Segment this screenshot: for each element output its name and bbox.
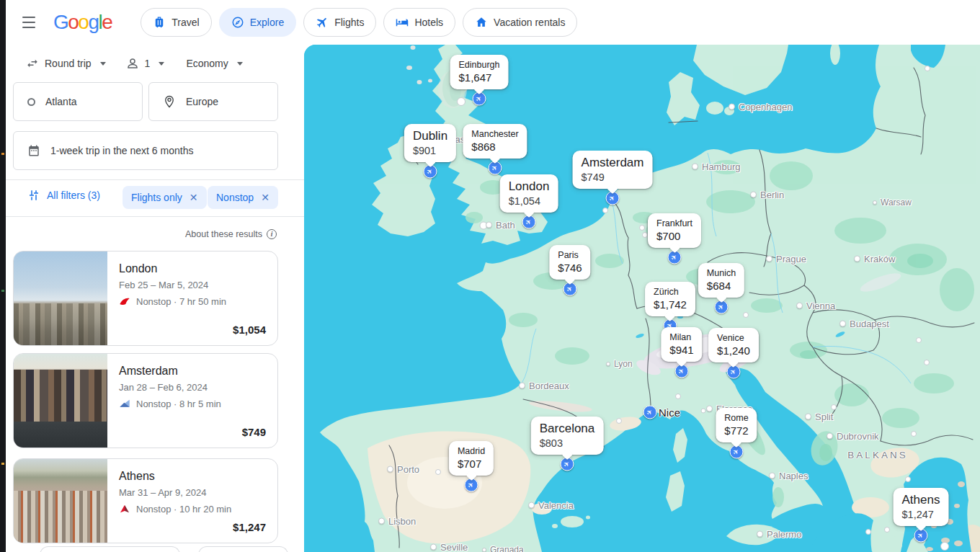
filter-chip-flights-only[interactable]: Flights only ✕	[122, 186, 207, 209]
price-pin-milan[interactable]: Milan$941	[661, 327, 702, 362]
bottom-button-partial[interactable]	[198, 546, 288, 552]
about-these-results[interactable]: About these results i	[185, 229, 277, 239]
result-card-london[interactable]: London Feb 25 – Mar 5, 2024 Nonstop · 7 …	[13, 251, 278, 346]
pin-price: $746	[558, 262, 582, 274]
pin-price: $901	[413, 145, 447, 156]
nav-pill-hotels[interactable]: Hotels	[383, 8, 455, 37]
price-pin-paris[interactable]: Paris$746	[549, 245, 590, 280]
map-region-label: BALKANS	[847, 450, 907, 460]
result-dates: Feb 25 – Mar 5, 2024	[119, 280, 266, 290]
result-dates: Mar 31 – Apr 9, 2024	[119, 487, 266, 498]
city-dot-icon	[839, 321, 846, 327]
virgin-atlantic-airline-icon	[119, 295, 130, 307]
city-dot-icon	[729, 104, 735, 110]
nav-pill-vacation-rentals[interactable]: Vacation rentals	[463, 8, 577, 37]
trip-options-row: Round trip 1 Economy	[26, 53, 243, 74]
price-pin-z-rich[interactable]: Zürich$1,742	[645, 282, 695, 316]
pin-price: $1,247	[902, 509, 940, 520]
airplane-icon: ✈	[466, 480, 476, 489]
hamburger-menu-icon[interactable]	[14, 8, 43, 37]
airplane-icon: ✈	[474, 94, 484, 103]
chevron-down-icon	[100, 62, 106, 66]
price-pin-frankfurt[interactable]: Frankfurt$700	[648, 213, 701, 248]
explore-map[interactable]: CopenhagenHamburgBerlinWarsawPragueKrakó…	[304, 45, 980, 552]
bottom-button-partial[interactable]	[40, 546, 180, 552]
price-pin-edinburgh[interactable]: Edinburgh$1,647	[450, 55, 509, 89]
pin-city-name: Dublin	[413, 129, 447, 143]
chevron-down-icon	[159, 62, 164, 66]
delta-airline-icon	[119, 503, 130, 515]
close-icon[interactable]: ✕	[190, 192, 198, 202]
person-icon	[126, 57, 139, 70]
pin-price: $700	[656, 230, 692, 242]
google-logo[interactable]: Google	[53, 12, 112, 32]
info-icon[interactable]: i	[267, 229, 277, 239]
passengers-dropdown[interactable]: 1	[126, 57, 165, 70]
city-dot-icon	[430, 544, 437, 551]
result-card-amsterdam[interactable]: Amsterdam Jan 28 – Feb 6, 2024 Nonstop ·…	[13, 353, 278, 448]
city-dot-icon	[769, 473, 775, 479]
city-dot-icon	[606, 362, 610, 366]
price-pin-london[interactable]: London$1,054	[500, 174, 558, 213]
nav-pill-flights[interactable]: Flights	[303, 8, 376, 37]
airplane-icon: ✈	[562, 459, 571, 468]
map-city-bath: Bath	[486, 220, 515, 231]
price-pin-barcelona[interactable]: Barcelona$803	[531, 417, 604, 455]
airplane-icon: ✈	[677, 366, 686, 375]
origin-field[interactable]: Atlanta	[13, 82, 143, 121]
map-city-granada: Granada	[482, 545, 524, 552]
price-pin-rome[interactable]: Rome$772	[716, 408, 757, 442]
price-pin-venice[interactable]: Venice$1,240	[708, 328, 759, 362]
destination-field[interactable]: Europe	[148, 82, 278, 121]
nav-pill-explore[interactable]: Explore	[219, 8, 296, 37]
price-pin-madrid[interactable]: Madrid$707	[449, 441, 494, 476]
cabin-class-value: Economy	[186, 58, 228, 69]
chip-label: Flights only	[131, 192, 182, 203]
trip-type-value: Round trip	[45, 58, 92, 69]
city-dot-icon	[766, 256, 772, 262]
pin-city-name: Amsterdam	[582, 156, 644, 170]
airplane-icon: ✈	[565, 284, 574, 293]
city-dot-icon	[482, 548, 486, 552]
price-pin-amsterdam[interactable]: Amsterdam$749	[573, 151, 653, 189]
airplane-icon: ✈	[524, 217, 533, 226]
nav-pill-label: Travel	[172, 17, 199, 28]
price-pin-munich[interactable]: Munich$684	[698, 263, 744, 298]
airport-pin-nice[interactable]: ✈	[643, 406, 657, 419]
result-card-athens[interactable]: Athens Mar 31 – Apr 9, 2024 Nonstop · 10…	[13, 458, 278, 543]
map-city-palermo: Palermo	[757, 529, 801, 540]
dates-field[interactable]: 1-week trip in the next 6 months	[13, 131, 278, 170]
city-dot-icon	[750, 192, 757, 198]
price-pin-dublin[interactable]: Dublin$901	[404, 124, 456, 162]
pin-city-name: Rome	[724, 413, 748, 423]
map-city-lisbon: Lisbon	[378, 516, 416, 527]
close-icon[interactable]: ✕	[261, 192, 270, 202]
price-pin-athens[interactable]: Athens$1,247	[894, 488, 949, 526]
pin-city-name: Athens	[902, 493, 940, 507]
airplane-icon: ✈	[425, 166, 435, 176]
pin-price: $1,054	[509, 195, 550, 207]
map-city-porto: Porto	[387, 464, 419, 475]
city-dot-icon	[873, 200, 877, 205]
nav-pill-travel[interactable]: Travel	[141, 8, 211, 37]
pin-city-name: Frankfurt	[656, 218, 692, 228]
city-dot-icon	[796, 303, 803, 309]
cabin-class-dropdown[interactable]: Economy	[186, 58, 242, 69]
trip-type-dropdown[interactable]: Round trip	[26, 57, 106, 70]
map-city-seville: Seville	[430, 542, 468, 552]
destination-photo	[14, 354, 107, 448]
pin-city-name: Barcelona	[540, 422, 595, 436]
all-filters-button[interactable]: All filters (3)	[27, 189, 100, 202]
blue-airline-icon	[119, 398, 130, 409]
map-pin-layer: CopenhagenHamburgBerlinWarsawPragueKrakó…	[304, 45, 980, 552]
flights-icon	[316, 16, 329, 29]
airplane-icon: ✈	[645, 407, 654, 417]
price-pin-manchester[interactable]: Manchester$868	[463, 124, 527, 159]
result-city: Amsterdam	[119, 365, 266, 378]
filter-chip-nonstop[interactable]: Nonstop ✕	[208, 186, 278, 209]
city-dot-icon	[827, 433, 833, 440]
city-dot-icon	[378, 518, 385, 525]
airplane-icon: ✈	[490, 163, 499, 172]
map-city-krak-w: Kraków	[854, 254, 895, 264]
airplane-icon: ✈	[607, 193, 617, 202]
